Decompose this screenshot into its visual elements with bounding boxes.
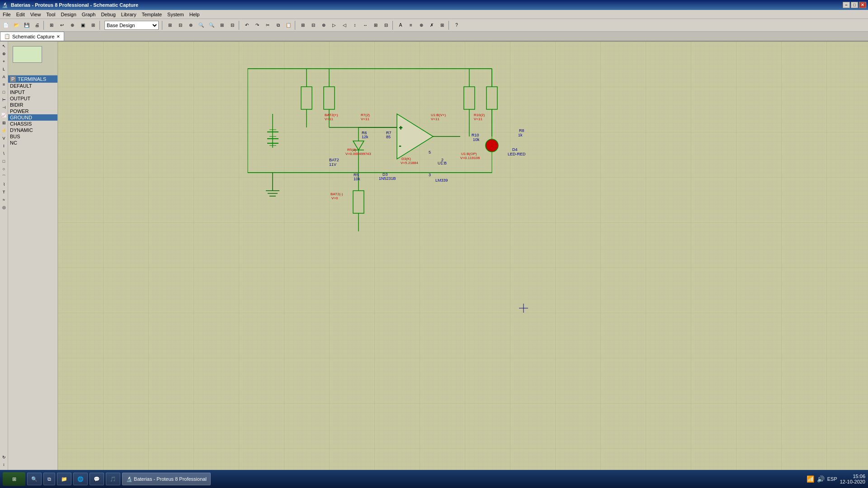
- tb-btn-11[interactable]: ⊟: [308, 20, 318, 30]
- subcircuit-tool[interactable]: □: [0, 89, 8, 96]
- tb-btn-17[interactable]: ⊞: [371, 20, 381, 30]
- menu-item-edit[interactable]: Edit: [14, 11, 28, 18]
- tb-btn-14[interactable]: ◁: [340, 20, 349, 30]
- zoom-out-button[interactable]: 🔍: [207, 20, 217, 30]
- spotify-button[interactable]: 🎵: [106, 473, 120, 485]
- tb-btn-5[interactable]: ⊞: [88, 20, 98, 30]
- tab-close-button[interactable]: ✕: [57, 34, 60, 39]
- panel-item-output[interactable]: OUTPUT: [8, 95, 57, 102]
- proteus-button[interactable]: 🔬 Baterias - Proteus 8 Professional: [122, 473, 211, 485]
- graph-tool[interactable]: 📈: [0, 112, 8, 119]
- component-tool[interactable]: ⊕: [0, 50, 8, 57]
- tb-btn-12[interactable]: ⊕: [319, 20, 329, 30]
- circle-tool[interactable]: ○: [0, 165, 8, 173]
- print-button[interactable]: 🖨: [32, 20, 42, 30]
- voltage-probe-tool[interactable]: V: [0, 135, 8, 142]
- help-button[interactable]: ?: [452, 20, 462, 30]
- tb-btn-19[interactable]: A: [396, 20, 406, 30]
- discord-button[interactable]: 💬: [90, 473, 104, 485]
- tb-btn-13[interactable]: ▷: [329, 20, 339, 30]
- bus-tool[interactable]: ≡: [0, 81, 8, 88]
- current-probe-tool[interactable]: I: [0, 142, 8, 150]
- grid-button[interactable]: ⊞: [165, 20, 175, 30]
- tb-btn-4[interactable]: ▣: [78, 20, 88, 30]
- tb-btn-7[interactable]: ⊕: [186, 20, 196, 30]
- tb-btn-22[interactable]: ✗: [427, 20, 437, 30]
- copy-button[interactable]: ⧉: [273, 20, 283, 30]
- minimize-button[interactable]: −: [843, 2, 850, 8]
- path-tool[interactable]: ⌇: [0, 181, 8, 188]
- tb-btn-1[interactable]: ⊞: [47, 20, 57, 30]
- redo-button[interactable]: ↷: [252, 20, 262, 30]
- junction-tool[interactable]: +: [0, 58, 8, 65]
- menu-item-tool[interactable]: Tool: [43, 11, 58, 18]
- canvas-area[interactable]: + -: [58, 42, 868, 475]
- panel-item-ground[interactable]: GROUND: [8, 114, 57, 121]
- panel-item-input[interactable]: INPUT: [8, 89, 57, 95]
- search-button[interactable]: 🔍: [27, 473, 42, 485]
- menu-item-file[interactable]: File: [0, 11, 14, 18]
- symbol-tool[interactable]: ≈: [0, 196, 8, 203]
- panel-item-nc[interactable]: NC: [8, 140, 57, 146]
- taskview-button[interactable]: ⧉: [43, 473, 55, 485]
- pin-tool[interactable]: ⊣: [0, 104, 8, 111]
- panel-item-bidir[interactable]: BIDIR: [8, 102, 57, 108]
- flip-tool[interactable]: ↕: [0, 461, 8, 468]
- cut-button[interactable]: ✂: [263, 20, 273, 30]
- text-tool[interactable]: A: [0, 73, 8, 80]
- zoom-in-button[interactable]: 🔍: [196, 20, 206, 30]
- tb-btn-15[interactable]: ↕: [350, 20, 360, 30]
- line-tool[interactable]: \: [0, 150, 8, 157]
- tray-volume-icon[interactable]: 🔊: [817, 475, 825, 483]
- explorer-button[interactable]: 📁: [57, 473, 71, 485]
- rotate-tool[interactable]: ↻: [0, 454, 8, 461]
- arc-tool[interactable]: ⌒: [0, 173, 8, 180]
- paste-button[interactable]: 📋: [283, 20, 293, 30]
- menu-item-help[interactable]: Help: [187, 11, 203, 18]
- panel-item-chassis[interactable]: CHASSIS: [8, 121, 57, 127]
- menu-item-library[interactable]: Library: [118, 11, 139, 18]
- tb-btn-9[interactable]: ⊟: [227, 20, 237, 30]
- schematic-tab[interactable]: 📋 Schematic Capture ✕: [0, 32, 64, 41]
- tb-btn-8[interactable]: ⊞: [217, 20, 227, 30]
- menu-item-design[interactable]: Design: [58, 11, 79, 18]
- tray-clock[interactable]: 15:06 12-10-2020: [840, 474, 865, 484]
- tb-btn-2[interactable]: ↩: [57, 20, 67, 30]
- terminal-tool[interactable]: ⊢: [0, 96, 8, 103]
- undo-button[interactable]: ↶: [242, 20, 252, 30]
- text2-tool[interactable]: T: [0, 188, 8, 196]
- panel-item-dynamic[interactable]: DYNAMIC: [8, 127, 57, 133]
- panel-item-power[interactable]: POWER: [8, 108, 57, 114]
- menu-item-debug[interactable]: Debug: [98, 11, 118, 18]
- tb-btn-23[interactable]: ⊞: [437, 20, 447, 30]
- design-dropdown[interactable]: Base Design: [104, 21, 159, 30]
- tb-btn-18[interactable]: ⊟: [381, 20, 391, 30]
- tb-btn-10[interactable]: ⊞: [298, 20, 308, 30]
- tb-btn-3[interactable]: ⊕: [67, 20, 77, 30]
- open-button[interactable]: 📂: [11, 20, 21, 30]
- save-button[interactable]: 💾: [22, 20, 32, 30]
- marker-tool[interactable]: ◎: [0, 204, 8, 211]
- menu-item-view[interactable]: View: [28, 11, 44, 18]
- menu-item-template[interactable]: Template: [139, 11, 165, 18]
- tray-network-icon[interactable]: 📶: [807, 475, 814, 483]
- start-button[interactable]: ⊞: [3, 472, 25, 486]
- select-tool[interactable]: ↖: [0, 42, 8, 50]
- panel-item-bus[interactable]: BUS: [8, 133, 57, 140]
- tb-btn-20[interactable]: ≡: [406, 20, 416, 30]
- tape-tool[interactable]: ⊞: [0, 119, 8, 127]
- box-tool[interactable]: □: [0, 158, 8, 165]
- panel-item-default[interactable]: DEFAULT: [8, 83, 57, 89]
- chrome-button[interactable]: 🌐: [73, 473, 88, 485]
- new-button[interactable]: 📄: [1, 20, 11, 30]
- svg-text:11V: 11V: [329, 162, 336, 167]
- close-button[interactable]: ✕: [859, 2, 866, 8]
- menu-item-graph[interactable]: Graph: [79, 11, 99, 18]
- tb-btn-16[interactable]: ↔: [360, 20, 370, 30]
- menu-item-system[interactable]: System: [165, 11, 187, 18]
- tb-btn-6[interactable]: ⊟: [175, 20, 185, 30]
- label-tool[interactable]: L: [0, 66, 8, 73]
- maximize-button[interactable]: □: [851, 2, 858, 8]
- generator-tool[interactable]: ⚡: [0, 127, 8, 134]
- tb-btn-21[interactable]: ⊕: [416, 20, 426, 30]
